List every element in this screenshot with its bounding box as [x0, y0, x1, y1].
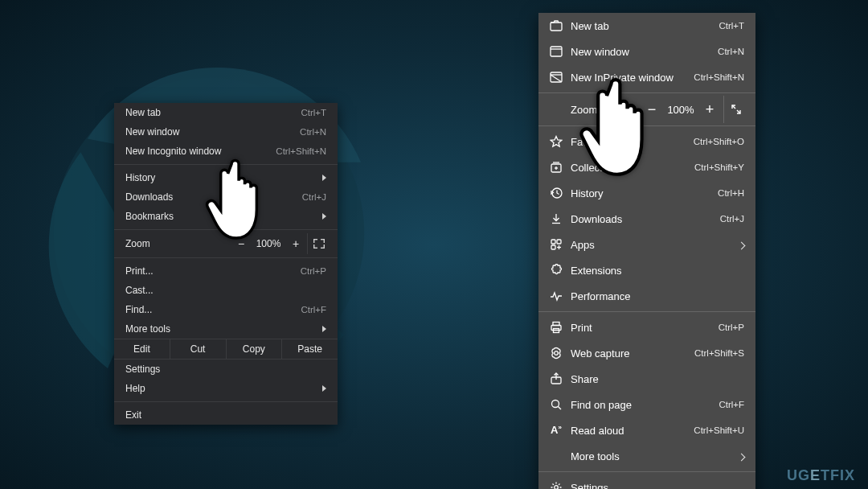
chrome-menu-downloads[interactable]: Downloads Ctrl+J: [114, 187, 338, 207]
shortcut: Ctrl+Shift+N: [276, 146, 326, 156]
shortcut: Ctrl+Shift+U: [694, 425, 744, 435]
edge-menu-favorites[interactable]: Favorites Ctrl+Shift+O: [538, 129, 755, 154]
label: New InPrivate window: [571, 72, 694, 84]
new-tab-icon: [548, 18, 564, 34]
chrome-menu-edit-row: Edit Cut Copy Paste: [114, 339, 338, 360]
edge-menu-extensions[interactable]: Extensions: [538, 257, 755, 283]
edge-menu-performance[interactable]: Performance: [538, 283, 755, 309]
edge-menu-zoom: Zoom − 100% +: [538, 96, 755, 123]
svg-rect-24: [551, 240, 555, 244]
chrome-menu-new-incognito[interactable]: New Incognito window Ctrl+Shift+N: [114, 142, 338, 161]
shortcut: Ctrl+P: [301, 266, 326, 276]
edge-menu-inprivate[interactable]: New InPrivate window Ctrl+Shift+N: [538, 64, 755, 90]
svg-rect-4: [313, 239, 314, 243]
svg-rect-30: [551, 326, 561, 331]
edge-menu-share[interactable]: Share: [538, 366, 755, 392]
label: Settings: [571, 482, 744, 490]
label: Downloads: [571, 213, 720, 225]
chevron-right-icon: [739, 239, 744, 251]
zoom-in-button[interactable]: +: [699, 101, 720, 118]
svg-rect-8: [313, 244, 314, 249]
label: New window: [125, 126, 300, 138]
edge-menu-apps[interactable]: Apps: [538, 232, 755, 257]
chrome-menu-more-tools[interactable]: More tools: [114, 319, 338, 339]
edge-menu-history[interactable]: History Ctrl+H: [538, 180, 755, 206]
edge-menu-new-tab[interactable]: New tab Ctrl+T: [538, 13, 755, 39]
label: Cast...: [125, 285, 326, 296]
shortcut: Ctrl+N: [718, 47, 744, 56]
edge-menu-read-aloud[interactable]: A» Read aloud Ctrl+Shift+U: [538, 417, 755, 443]
edge-menu-print[interactable]: Print Ctrl+P: [538, 314, 755, 340]
history-icon: [548, 185, 564, 201]
svg-point-32: [555, 351, 559, 355]
label: More tools: [571, 450, 739, 462]
edge-menu-find[interactable]: Find on page Ctrl+F: [538, 392, 755, 417]
label: Web capture: [571, 347, 694, 360]
zoom-out-button[interactable]: −: [230, 237, 252, 250]
label: History: [571, 187, 718, 199]
zoom-value: 100%: [662, 104, 699, 116]
download-icon: [548, 211, 564, 227]
shortcut: Ctrl+Shift+N: [694, 72, 744, 82]
shortcut: Ctrl+F: [301, 305, 326, 314]
label: Favorites: [571, 136, 694, 148]
gear-icon: [548, 479, 564, 489]
edit-copy[interactable]: Copy: [227, 339, 283, 359]
separator: [114, 401, 338, 402]
separator: [538, 471, 755, 472]
edit-cut[interactable]: Cut: [170, 339, 227, 359]
chrome-context-menu: New tab Ctrl+T New window Ctrl+N New Inc…: [114, 103, 338, 425]
zoom-in-button[interactable]: +: [285, 237, 307, 250]
label: More tools: [125, 323, 322, 335]
label: New tab: [125, 107, 301, 118]
chrome-menu-new-window[interactable]: New window Ctrl+N: [114, 122, 338, 142]
shortcut: Ctrl+Shift+S: [694, 348, 744, 358]
chrome-menu-bookmarks[interactable]: Bookmarks: [114, 207, 338, 226]
chevron-right-icon: [322, 172, 326, 183]
shortcut: Ctrl+H: [718, 188, 744, 198]
shortcut: Ctrl+Shift+O: [694, 137, 744, 146]
separator: [538, 125, 755, 126]
chevron-right-icon: [322, 323, 326, 335]
chrome-menu-history[interactable]: History: [114, 168, 338, 187]
inprivate-icon: [548, 69, 564, 85]
chrome-menu-cast[interactable]: Cast...: [114, 281, 338, 300]
chrome-menu-settings[interactable]: Settings: [114, 360, 338, 379]
zoom-value: 100%: [252, 238, 285, 249]
watermark: UGETFIX: [787, 467, 855, 484]
zoom-out-button[interactable]: −: [641, 101, 662, 118]
fullscreen-icon[interactable]: [307, 233, 330, 254]
edit-paste[interactable]: Paste: [282, 339, 338, 359]
shortcut: Ctrl+P: [719, 323, 744, 332]
label: Share: [571, 373, 744, 385]
label: Print: [571, 322, 719, 334]
chrome-menu-find[interactable]: Find... Ctrl+F: [114, 300, 338, 319]
edge-menu-settings[interactable]: Settings: [538, 475, 755, 489]
label: Find...: [125, 304, 301, 315]
edge-menu-more-tools[interactable]: More tools: [538, 443, 755, 469]
svg-point-34: [552, 401, 559, 408]
svg-line-35: [558, 406, 561, 409]
wm-c: TFIX: [821, 467, 855, 483]
separator: [114, 257, 338, 258]
label: Help: [125, 383, 322, 394]
edge-menu-new-window[interactable]: New window Ctrl+N: [538, 39, 755, 64]
chrome-menu-print[interactable]: Print... Ctrl+P: [114, 261, 338, 281]
fullscreen-icon[interactable]: [723, 96, 747, 123]
edge-menu-webcapture[interactable]: Web capture Ctrl+Shift+S: [538, 340, 755, 366]
extensions-icon: [548, 262, 564, 278]
chrome-menu-exit[interactable]: Exit: [114, 405, 338, 425]
edge-menu-downloads[interactable]: Downloads Ctrl+J: [538, 206, 755, 232]
chrome-menu-new-tab[interactable]: New tab Ctrl+T: [114, 103, 338, 122]
star-icon: [548, 134, 564, 150]
separator: [114, 229, 338, 230]
chevron-right-icon: [322, 383, 326, 394]
readaloud-icon: A»: [548, 422, 564, 438]
new-window-icon: [548, 43, 564, 60]
label: Downloads: [125, 191, 302, 203]
separator: [538, 92, 755, 93]
edge-menu-collections[interactable]: Collections Ctrl+Shift+Y: [538, 154, 755, 180]
shortcut: Ctrl+T: [719, 21, 744, 31]
label: New Incognito window: [125, 146, 276, 157]
chrome-menu-help[interactable]: Help: [114, 379, 338, 398]
